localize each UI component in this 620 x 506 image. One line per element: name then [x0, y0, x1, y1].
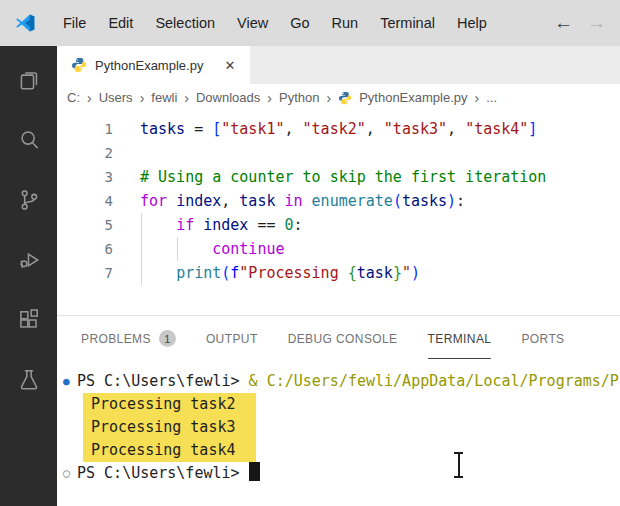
command-pending-decoration-icon: ○ [63, 462, 77, 485]
breadcrumb-file[interactable]: PythonExample.py [359, 90, 467, 105]
terminal-gutter [63, 439, 77, 462]
code-token: , [221, 192, 239, 210]
line-number: 4 [57, 189, 113, 213]
menu-selection[interactable]: Selection [144, 11, 226, 35]
code-token: if [176, 216, 203, 234]
code-token: "task3" [384, 120, 447, 138]
chevron-right-icon: › [326, 90, 331, 106]
navigate-forward-icon[interactable]: → [587, 12, 606, 34]
code-token: = [185, 120, 212, 138]
line-number: 2 [57, 141, 113, 165]
code-token: index [176, 192, 221, 210]
run-debug-icon[interactable] [0, 230, 57, 290]
line-number: 5 [57, 213, 113, 237]
menu-go[interactable]: Go [279, 11, 320, 35]
terminal[interactable]: ●PS C:\Users\fewli> & C:/Users/fewli/App… [57, 361, 620, 506]
search-icon[interactable] [0, 110, 57, 170]
terminal-line: ○PS C:\Users\fewli> [57, 462, 620, 485]
line-number: 1 [57, 117, 113, 141]
panel-tab-debug-console[interactable]: DEBUG CONSOLE [288, 316, 398, 361]
extensions-icon[interactable] [0, 290, 57, 350]
code-editor[interactable]: 1tasks = ["task1", "task2", "task3", "ta… [57, 111, 620, 315]
menu-items: FileEditSelectionViewGoRunTerminalHelp [52, 11, 498, 35]
breadcrumb-item[interactable]: Users [99, 90, 133, 105]
code-token: } [393, 264, 402, 282]
explorer-icon[interactable] [0, 50, 57, 110]
chevron-right-icon: › [184, 90, 189, 106]
code-token [140, 216, 176, 234]
code-token: : [456, 192, 465, 210]
breadcrumb[interactable]: C:›Users›fewli›Downloads›Python› PythonE… [57, 84, 620, 111]
panel-tab-terminal[interactable]: TERMINAL [428, 316, 492, 361]
menu-help[interactable]: Help [446, 11, 498, 35]
code-token: " [402, 264, 411, 282]
terminal-line: Processing task2 [57, 393, 620, 416]
terminal-prompt: PS C:\Users\fewli> [77, 462, 249, 485]
breadcrumb-more[interactable]: ... [486, 90, 497, 105]
terminal-command: & C:/Users/fewli/AppData/Local/Programs/… [249, 370, 619, 393]
source-control-icon[interactable] [0, 170, 57, 230]
code-token: # Using a counter to skip the first iter… [140, 168, 546, 186]
code-text: tasks = ["task1", "task2", "task3", "tas… [140, 117, 537, 141]
testing-icon[interactable] [0, 350, 57, 410]
code-token: task [239, 192, 275, 210]
code-token: print [176, 264, 221, 282]
code-token: == [248, 216, 284, 234]
code-line: 3# Using a counter to skip the first ite… [57, 165, 620, 189]
activity-bar [0, 46, 57, 506]
code-token: { [348, 264, 357, 282]
code-token: , [285, 120, 303, 138]
panel-tab-output[interactable]: OUTPUT [206, 316, 258, 361]
chevron-right-icon: › [475, 90, 480, 106]
breadcrumb-item[interactable]: Downloads [196, 90, 260, 105]
panel-tab-label: DEBUG CONSOLE [288, 318, 398, 359]
code-token: task [357, 264, 393, 282]
terminal-cursor [249, 462, 260, 481]
code-token [140, 264, 176, 282]
menu-run[interactable]: Run [321, 11, 370, 35]
breadcrumb-item[interactable]: Python [279, 90, 319, 105]
vscode-window: FileEditSelectionViewGoRunTerminalHelp ←… [0, 0, 620, 506]
menu-view[interactable]: View [226, 11, 279, 35]
code-token: in [275, 192, 311, 210]
breadcrumb-item[interactable]: fewli [151, 90, 177, 105]
menu-file[interactable]: File [52, 11, 97, 35]
menu-edit[interactable]: Edit [97, 11, 144, 35]
terminal-prompt: PS C:\Users\fewli> [77, 370, 249, 393]
code-line: 4for index, task in enumerate(tasks): [57, 189, 620, 213]
code-token: ( [221, 264, 230, 282]
line-number: 7 [57, 261, 113, 285]
line-number: 6 [57, 237, 113, 261]
mouse-ibeam-cursor [452, 452, 465, 478]
code-token: enumerate [312, 192, 393, 210]
indent-guide [141, 213, 142, 285]
code-text: # Using a counter to skip the first iter… [140, 165, 546, 189]
terminal-line: Processing task3 [57, 416, 620, 439]
code-token: tasks [140, 120, 185, 138]
panel-tab-label: PROBLEMS [81, 318, 151, 359]
terminal-output-highlighted: Processing task2 [83, 393, 256, 416]
tab-pythonexample[interactable]: PythonExample.py ✕ [57, 46, 250, 84]
code-token: "task1" [221, 120, 284, 138]
code-line: 1tasks = ["task1", "task2", "task3", "ta… [57, 117, 620, 141]
code-token: continue [212, 240, 284, 258]
navigate-back-icon[interactable]: ← [554, 12, 573, 34]
menu-terminal[interactable]: Terminal [369, 11, 446, 35]
code-token: index [203, 216, 248, 234]
code-token: [ [212, 120, 221, 138]
code-token: , [447, 120, 465, 138]
code-line: 2 [57, 141, 620, 165]
panel-tab-ports[interactable]: PORTS [521, 316, 564, 361]
terminal-gutter [63, 416, 77, 439]
panel-tab-label: OUTPUT [206, 318, 258, 359]
panel-tab-problems[interactable]: PROBLEMS1 [81, 316, 176, 361]
code-token: f [230, 264, 239, 282]
terminal-output-highlighted: Processing task4 [83, 439, 256, 462]
python-file-icon [338, 91, 352, 105]
code-token: : [294, 216, 303, 234]
chevron-right-icon: › [87, 90, 92, 106]
indent-guide [177, 237, 178, 261]
breadcrumb-item[interactable]: C: [67, 90, 80, 105]
terminal-gutter [63, 393, 77, 416]
close-tab-icon[interactable]: ✕ [221, 57, 238, 74]
